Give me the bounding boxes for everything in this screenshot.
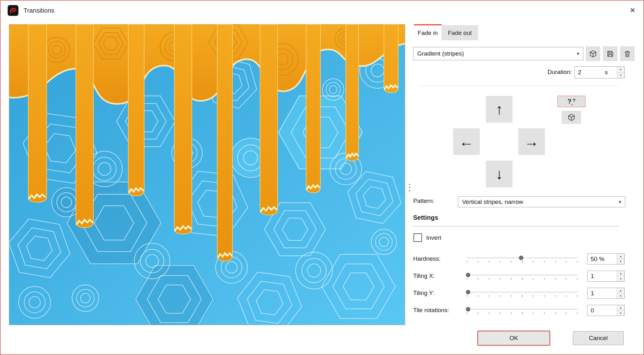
spin-down-icon: ▼ (620, 74, 622, 77)
slider-ticks (467, 295, 578, 297)
tile-rotations-slider[interactable] (467, 306, 578, 315)
tiling-y-spinner[interactable]: 1 ▲ ▼ (587, 288, 625, 299)
pattern-value: Vertical stripes, narrow (462, 198, 619, 205)
close-button[interactable]: ✕ (626, 4, 639, 17)
spin-up-button[interactable]: ▲ (617, 288, 624, 293)
spin-up-icon: ▲ (620, 255, 622, 258)
dice-icon (567, 113, 576, 122)
slider-thumb[interactable] (519, 256, 523, 260)
spin-up-icon: ▲ (620, 272, 622, 275)
tile-rotations-value: 0 (587, 307, 617, 314)
preset-dropdown[interactable]: Gradient (stripes) ▾ (413, 47, 583, 60)
spin-down-icon: ▼ (620, 312, 622, 315)
ok-button[interactable]: OK (478, 331, 550, 345)
slider-ticks (467, 261, 578, 263)
dice-icon (589, 50, 597, 58)
tab-fade-in[interactable]: Fade in (414, 24, 442, 40)
spin-up-button[interactable]: ▲ (617, 271, 624, 276)
spin-up-button[interactable]: ▲ (617, 67, 624, 72)
spin-up-button[interactable]: ▲ (617, 305, 624, 310)
question-mark: ? (567, 98, 571, 105)
slider-ticks (467, 312, 578, 314)
direction-left-button[interactable]: ← (453, 128, 480, 155)
slider-ticks (467, 278, 578, 280)
slider-track (467, 275, 578, 275)
spin-down-button[interactable]: ▼ (617, 72, 624, 78)
chevron-down-icon: ▾ (619, 199, 625, 205)
direction-down-button[interactable]: ↓ (486, 161, 513, 187)
tiling-y-slider[interactable] (467, 289, 578, 298)
duration-label: Duration: (508, 69, 572, 76)
window-title: Transitions (23, 7, 54, 14)
spin-down-button[interactable]: ▼ (617, 310, 624, 316)
randomize-settings-button[interactable] (562, 111, 581, 124)
spin-down-icon: ▼ (620, 278, 622, 280)
close-icon: ✕ (630, 6, 635, 15)
duration-spinner[interactable]: 2 s ▲ ▼ (574, 66, 625, 78)
settings-heading: Settings (413, 214, 438, 221)
random-direction-button[interactable]: ?,? (557, 96, 586, 107)
hardness-value: 50 % (587, 256, 617, 263)
invert-label: Invert (426, 234, 441, 241)
preview-image (9, 24, 405, 325)
spin-down-icon: ▼ (620, 295, 622, 298)
spin-down-icon: ▼ (620, 260, 622, 263)
spin-down-button[interactable]: ▼ (617, 276, 624, 281)
splitter-handle[interactable] (408, 179, 411, 196)
spin-up-icon: ▲ (620, 68, 622, 71)
hardness-label: Hardness: (413, 255, 466, 262)
trash-icon (623, 50, 632, 58)
slider-track (467, 292, 578, 292)
tiling-x-spinner[interactable]: 1 ▲ ▼ (587, 271, 625, 282)
tiling-x-label: Tiling X: (413, 272, 466, 279)
delete-preset-button[interactable] (620, 46, 634, 61)
duration-unit: s (605, 69, 608, 76)
hardness-slider[interactable] (467, 255, 578, 264)
pattern-label: Pattern: (413, 198, 434, 204)
arrow-left-icon: ← (459, 133, 474, 150)
spin-up-icon: ▲ (620, 306, 622, 309)
slider-thumb[interactable] (466, 307, 470, 311)
cancel-button[interactable]: Cancel (573, 331, 624, 345)
spin-down-button[interactable]: ▼ (617, 259, 624, 264)
transitions-dialog: Transitions ✕ (0, 0, 644, 355)
title-bar: Transitions ✕ (1, 1, 643, 20)
invert-checkbox[interactable] (413, 233, 422, 242)
duration-value: 2 (575, 69, 605, 76)
direction-right-button[interactable]: → (518, 128, 545, 155)
slider-thumb[interactable] (466, 273, 470, 277)
preset-value: Gradient (stripes) (417, 50, 577, 57)
chevron-down-icon: ▾ (577, 51, 583, 57)
slider-thumb[interactable] (466, 290, 470, 294)
slider-track (467, 309, 578, 310)
tiling-y-value: 1 (587, 290, 617, 297)
tiling-y-label: Tiling Y: (413, 290, 466, 297)
arrow-right-icon: → (524, 133, 539, 150)
tile-rotations-label: Tile rotations: (413, 307, 466, 314)
tiling-x-value: 1 (587, 273, 617, 280)
tile-rotations-spinner[interactable]: 0 ▲ ▼ (587, 305, 625, 316)
divider (419, 86, 619, 86)
save-icon (606, 50, 614, 58)
settings-panel: Fade in Fade out Gradient (stripes) ▾ (413, 24, 635, 345)
spin-down-button[interactable]: ▼ (617, 293, 624, 298)
pattern-dropdown[interactable]: Vertical stripes, narrow ▾ (458, 196, 625, 207)
app-icon (8, 5, 18, 16)
arrow-up-icon: ↑ (496, 101, 503, 118)
tab-fade-out[interactable]: Fade out (442, 25, 478, 40)
spin-up-icon: ▲ (620, 289, 622, 292)
divider (413, 226, 619, 226)
transition-preview (9, 24, 405, 325)
save-preset-button[interactable] (603, 46, 617, 61)
tiling-x-slider[interactable] (467, 272, 578, 281)
random-preset-button[interactable] (586, 46, 600, 61)
direction-up-button[interactable]: ↑ (486, 96, 513, 123)
hardness-spinner[interactable]: 50 % ▲ ▼ (587, 253, 625, 265)
arrow-down-icon: ↓ (496, 165, 503, 183)
spin-up-button[interactable]: ▲ (617, 254, 624, 259)
